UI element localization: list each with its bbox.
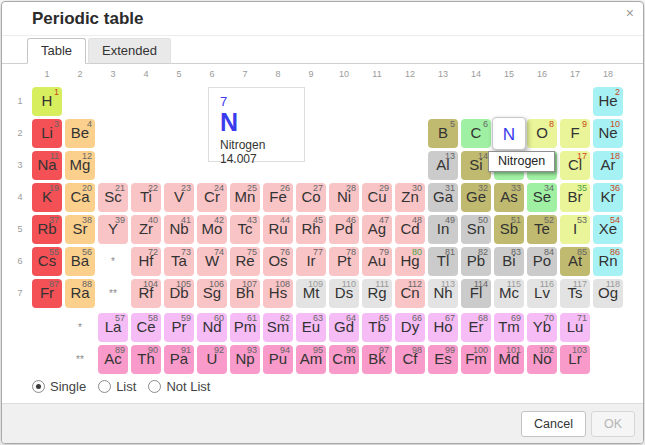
element-cell-Ar[interactable]: Ar18	[593, 151, 623, 180]
element-cell-Pm[interactable]: Pm61	[230, 313, 260, 342]
radio-list[interactable]: List	[98, 379, 136, 394]
element-cell-Cu[interactable]: Cu29	[362, 183, 392, 212]
element-cell-Au[interactable]: Au79	[362, 247, 392, 276]
element-cell-Pd[interactable]: Pd46	[329, 215, 359, 244]
tab-extended[interactable]: Extended	[88, 38, 171, 64]
element-cell-Sg[interactable]: Sg106	[197, 279, 227, 308]
element-cell-Si[interactable]: Si14	[461, 151, 491, 180]
element-cell-Ds[interactable]: Ds110	[329, 279, 359, 308]
element-cell-Mc[interactable]: Mc115	[494, 279, 524, 308]
element-cell-Cl[interactable]: Cl17	[560, 151, 590, 180]
element-cell-Ne[interactable]: Ne10	[593, 119, 623, 148]
element-cell-Ts[interactable]: Ts117	[560, 279, 590, 308]
element-cell-Es[interactable]: Es99	[428, 345, 458, 374]
element-cell-Bk[interactable]: Bk97	[362, 345, 392, 374]
element-cell-K[interactable]: K19	[32, 183, 62, 212]
ok-button[interactable]: OK	[591, 411, 635, 437]
element-cell-Lr[interactable]: Lr103	[560, 345, 590, 374]
element-cell-Og[interactable]: Og118	[593, 279, 623, 308]
element-cell-Po[interactable]: Po84	[527, 247, 557, 276]
element-cell-H[interactable]: H1	[32, 87, 62, 116]
element-cell-Na[interactable]: Na11	[32, 151, 62, 180]
element-cell-In[interactable]: In49	[428, 215, 458, 244]
element-cell-Pr[interactable]: Pr59	[164, 313, 194, 342]
element-cell-Am[interactable]: Am95	[296, 345, 326, 374]
element-cell-Ru[interactable]: Ru44	[263, 215, 293, 244]
element-cell-Ti[interactable]: Ti22	[131, 183, 161, 212]
element-cell-Np[interactable]: Np93	[230, 345, 260, 374]
element-cell-Sb[interactable]: Sb51	[494, 215, 524, 244]
element-cell-Be[interactable]: Be4	[65, 119, 95, 148]
element-cell-Pu[interactable]: Pu94	[263, 345, 293, 374]
element-cell-I[interactable]: I53	[560, 215, 590, 244]
element-cell-F[interactable]: F9	[560, 119, 590, 148]
element-cell-Hf[interactable]: Hf72	[131, 247, 161, 276]
element-cell-Mg[interactable]: Mg12	[65, 151, 95, 180]
element-cell-Rn[interactable]: Rn86	[593, 247, 623, 276]
element-cell-He[interactable]: He2	[593, 87, 623, 116]
element-cell-Sm[interactable]: Sm62	[263, 313, 293, 342]
element-cell-Ca[interactable]: Ca20	[65, 183, 95, 212]
element-cell-Ra[interactable]: Ra88	[65, 279, 95, 308]
element-cell-Y[interactable]: Y39	[98, 215, 128, 244]
element-cell-Sn[interactable]: Sn50	[461, 215, 491, 244]
element-cell-Cr[interactable]: Cr24	[197, 183, 227, 212]
element-cell-Er[interactable]: Er68	[461, 313, 491, 342]
tab-table[interactable]: Table	[27, 38, 86, 64]
element-cell-No[interactable]: No102	[527, 345, 557, 374]
element-cell-Cf[interactable]: Cf98	[395, 345, 425, 374]
element-cell-Fr[interactable]: Fr87	[32, 279, 62, 308]
element-cell-Tc[interactable]: Tc43	[230, 215, 260, 244]
element-cell-Zr[interactable]: Zr40	[131, 215, 161, 244]
element-cell-Hg[interactable]: Hg80	[395, 247, 425, 276]
element-cell-Fl[interactable]: Fl114	[461, 279, 491, 308]
element-cell-Gd[interactable]: Gd64	[329, 313, 359, 342]
element-cell-Sc[interactable]: Sc21	[98, 183, 128, 212]
element-cell-Ba[interactable]: Ba56	[65, 247, 95, 276]
element-cell-W[interactable]: W74	[197, 247, 227, 276]
element-cell-Mo[interactable]: Mo42	[197, 215, 227, 244]
element-cell-Ac[interactable]: Ac89	[98, 345, 128, 374]
element-cell-Yb[interactable]: Yb70	[527, 313, 557, 342]
element-cell-Ir[interactable]: Ir77	[296, 247, 326, 276]
element-cell-Se[interactable]: Se34	[527, 183, 557, 212]
element-cell-Mn[interactable]: Mn25	[230, 183, 260, 212]
element-cell-Kr[interactable]: Kr36	[593, 183, 623, 212]
element-cell-Pb[interactable]: Pb82	[461, 247, 491, 276]
element-cell-Ta[interactable]: Ta73	[164, 247, 194, 276]
element-cell-Bi[interactable]: Bi83	[494, 247, 524, 276]
element-cell-Lv[interactable]: Lv116	[527, 279, 557, 308]
element-cell-Co[interactable]: Co27	[296, 183, 326, 212]
element-cell-Cs[interactable]: Cs55	[32, 247, 62, 276]
element-cell-Bh[interactable]: Bh107	[230, 279, 260, 308]
element-cell-V[interactable]: V23	[164, 183, 194, 212]
element-cell-Fe[interactable]: Fe26	[263, 183, 293, 212]
element-cell-O[interactable]: O8	[527, 119, 557, 148]
element-cell-Xe[interactable]: Xe54	[593, 215, 623, 244]
element-cell-B[interactable]: B5	[428, 119, 458, 148]
element-cell-Mt[interactable]: Mt109	[296, 279, 326, 308]
element-cell-Rf[interactable]: Rf104	[131, 279, 161, 308]
radio-circle-icon[interactable]	[32, 380, 45, 393]
element-cell-Te[interactable]: Te52	[527, 215, 557, 244]
element-cell-Ce[interactable]: Ce58	[131, 313, 161, 342]
cancel-button[interactable]: Cancel	[521, 411, 586, 437]
element-cell-Cd[interactable]: Cd48	[395, 215, 425, 244]
element-cell-Db[interactable]: Db105	[164, 279, 194, 308]
element-cell-Ho[interactable]: Ho67	[428, 313, 458, 342]
element-cell-Rb[interactable]: Rb37	[32, 215, 62, 244]
element-cell-Nb[interactable]: Nb41	[164, 215, 194, 244]
element-cell-Ga[interactable]: Ga31	[428, 183, 458, 212]
element-cell-C[interactable]: C6	[461, 119, 491, 148]
element-cell-La[interactable]: La57	[98, 313, 128, 342]
element-cell-Lu[interactable]: Lu71	[560, 313, 590, 342]
element-cell-Pa[interactable]: Pa91	[164, 345, 194, 374]
element-cell-Tm[interactable]: Tm69	[494, 313, 524, 342]
element-cell-Tb[interactable]: Tb65	[362, 313, 392, 342]
element-cell-Al[interactable]: Al13	[428, 151, 458, 180]
radio-single[interactable]: Single	[32, 379, 86, 394]
element-cell-Cm[interactable]: Cm96	[329, 345, 359, 374]
element-cell-Ag[interactable]: Ag47	[362, 215, 392, 244]
radio-not-list[interactable]: Not List	[148, 379, 210, 394]
element-cell-Ge[interactable]: Ge32	[461, 183, 491, 212]
